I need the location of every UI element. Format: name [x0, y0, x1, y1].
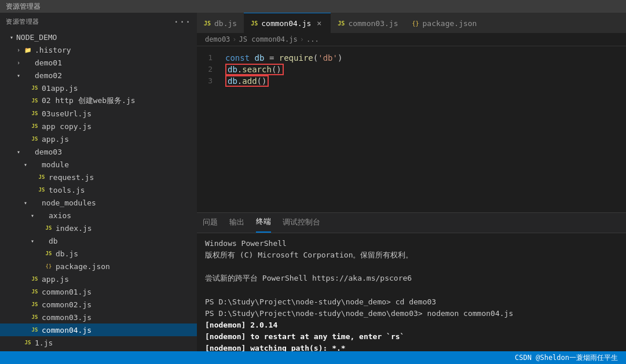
sidebar-item-label: app.js — [42, 135, 69, 144]
sidebar-item-axios[interactable]: axios — [0, 209, 197, 222]
sidebar-item-label: demo02 — [35, 71, 62, 80]
tab-common04[interactable]: JS common04.js × — [244, 13, 331, 33]
sidebar-item-toolsjs[interactable]: JS tools.js — [0, 183, 197, 196]
code-content: db.add() — [223, 75, 269, 87]
sidebar-item-common02[interactable]: JS common02.js — [0, 298, 197, 311]
sidebar-item-label: axios — [49, 211, 71, 220]
chevron-icon — [14, 58, 23, 67]
js-icon: JS — [30, 300, 39, 309]
sidebar-item-db[interactable]: db — [0, 234, 197, 247]
sidebar-item-label: common01.js — [42, 288, 91, 296]
sidebar-item-requestjs[interactable]: JS request.js — [0, 171, 197, 183]
folder-icon — [37, 211, 46, 220]
bottom-bar: CSDN @Sheldon一蓑烟雨任平生 — [0, 351, 626, 364]
sidebar-item-appcopy[interactable]: JS app copy.js — [0, 120, 197, 133]
tab-dbjs[interactable]: JS db.js — [197, 13, 244, 33]
sidebar-item-label: db — [49, 237, 58, 245]
terminal-line: PS D:\Study\Project\node-study\node_demo… — [205, 308, 618, 319]
terminal-line: 版权所有 (C) Microsoft Corporation。保留所有权利。 — [205, 249, 618, 261]
js-icon: JS — [30, 83, 39, 93]
terminal-content[interactable]: Windows PowerShell 版权所有 (C) Microsoft Co… — [197, 233, 626, 351]
sidebar-header: 资源管理器 ··· — [0, 13, 197, 31]
code-content: const db = require('db') — [223, 52, 342, 64]
sidebar-item-demo01[interactable]: demo01 — [0, 56, 197, 69]
tab-close-button[interactable]: × — [314, 19, 324, 28]
breadcrumb-part: JS common04.js — [239, 35, 298, 43]
tab-label: common03.js — [348, 19, 398, 28]
sidebar-item-label: common04.js — [42, 326, 91, 334]
sidebar-item-indexjs[interactable]: JS index.js — [0, 222, 197, 234]
terminal-line: Windows PowerShell — [205, 238, 618, 249]
attribution-label: CSDN @Sheldon一蓑烟雨任平生 — [515, 353, 618, 363]
sidebar-item-label: db.js — [56, 249, 78, 258]
sidebar-item-03useurl[interactable]: JS 03useUrl.js — [0, 107, 197, 120]
chevron-icon — [14, 71, 23, 80]
chevron-icon — [7, 32, 16, 42]
code-line-1: 1 const db = require('db') — [197, 52, 626, 64]
sidebar-item-node-modules[interactable]: node_modules — [0, 196, 197, 209]
sidebar-more-button[interactable]: ··· — [174, 16, 191, 27]
line-number: 3 — [197, 75, 223, 87]
terminal-line — [205, 261, 618, 273]
sidebar-item-common01[interactable]: JS common01.js — [0, 285, 197, 298]
js-icon: JS — [30, 312, 39, 322]
sidebar-item-demo03[interactable]: demo03 — [0, 145, 197, 158]
sidebar-item-common03[interactable]: JS common03.js — [0, 311, 197, 323]
sidebar-item-common04[interactable]: JS common04.js — [0, 323, 197, 336]
title-label: 资源管理器 — [6, 2, 41, 12]
sidebar-item-label: 02 http 创建web服务.js — [42, 95, 136, 106]
line-number: 1 — [197, 52, 223, 64]
js-icon: JS — [30, 134, 39, 144]
sidebar-item-appjs[interactable]: JS app.js — [0, 133, 197, 145]
tab-common03[interactable]: JS common03.js — [331, 13, 405, 33]
sidebar-item-02http[interactable]: JS 02 http 创建web服务.js — [0, 94, 197, 107]
terminal-line: 尝试新的跨平台 PowerShell https://aka.ms/pscore… — [205, 273, 618, 284]
folder-icon — [30, 160, 39, 169]
sidebar-item-label: package.json — [56, 262, 110, 271]
js-icon: JS — [37, 185, 46, 194]
panel-tab-terminal[interactable]: 终端 — [256, 213, 271, 233]
breadcrumb-part: demo03 — [205, 35, 230, 43]
js-icon: JS — [30, 287, 39, 296]
sidebar-item-label: common03.js — [42, 313, 91, 322]
sidebar-item-label: node_modules — [42, 198, 96, 207]
panel-tab-debug[interactable]: 调试控制台 — [283, 213, 320, 233]
sidebar-item-label: 1.js — [35, 339, 53, 347]
chevron-icon — [21, 160, 30, 169]
panel-tabs: 问题 输出 终端 调试控制台 — [197, 213, 626, 233]
sidebar-item-label: 01app.js — [42, 84, 78, 93]
code-content: db.search() — [223, 64, 284, 75]
sidebar-item-appjs2[interactable]: JS app.js — [0, 273, 197, 285]
sidebar-item-01app[interactable]: JS 01app.js — [0, 82, 197, 94]
sidebar-item-dbjs[interactable]: JS db.js — [0, 247, 197, 260]
sidebar-item-label: NODE_DEMO — [16, 33, 57, 42]
sidebar-item-node-demo[interactable]: NODE_DEMO — [0, 31, 197, 43]
breadcrumb-separator: › — [232, 35, 236, 43]
sidebar-item-module[interactable]: module — [0, 158, 197, 171]
sidebar-item-label: tools.js — [49, 186, 85, 194]
sidebar-item-label: 03useUrl.js — [42, 109, 91, 118]
js-icon: JS — [30, 96, 39, 105]
sidebar-title: 资源管理器 — [6, 17, 39, 26]
js-icon: JS — [37, 172, 46, 182]
sidebar-item-packagejson[interactable]: {} package.json — [0, 260, 197, 273]
sidebar-item-label: app.js — [42, 275, 69, 284]
chevron-icon — [21, 198, 30, 207]
tab-label: common04.js — [261, 19, 311, 28]
js-icon: JS — [23, 338, 32, 347]
json-icon: {} — [44, 262, 53, 271]
panel: 问题 输出 终端 调试控制台 Windows PowerShell 版权所有 (… — [197, 212, 626, 351]
code-line-3: 3 db.add() — [197, 75, 626, 87]
sidebar-item-history[interactable]: 📁 .history — [0, 43, 197, 56]
js-icon: JS — [30, 109, 39, 118]
code-editor[interactable]: 1 const db = require('db') 2 db.search()… — [197, 46, 626, 212]
sidebar-item-1js[interactable]: JS 1.js — [0, 336, 197, 349]
terminal-line: [nodemon] to restart at any time, enter … — [205, 331, 618, 343]
sidebar-item-label: request.js — [49, 173, 94, 182]
panel-tab-output[interactable]: 输出 — [229, 213, 244, 233]
tab-bar: JS db.js JS common04.js × JS common03.js… — [197, 13, 626, 33]
tab-label: db.js — [214, 19, 237, 28]
panel-tab-issues[interactable]: 问题 — [203, 213, 218, 233]
sidebar-item-demo02[interactable]: demo02 — [0, 69, 197, 82]
tab-packagejson[interactable]: {} package.json — [405, 13, 484, 33]
